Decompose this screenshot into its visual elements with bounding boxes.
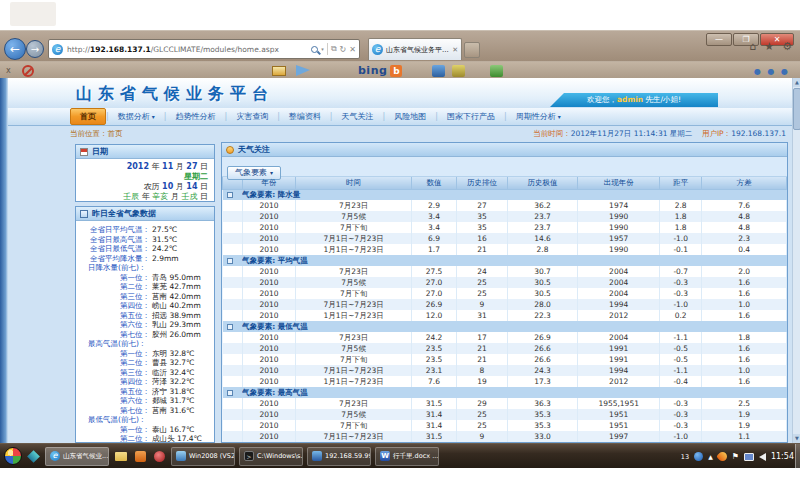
toolbar-app-icon-2[interactable] [452,65,465,77]
volume-icon[interactable] [759,453,766,461]
table-row[interactable]: 20107月23日2.92736.219742.87.6 [223,200,787,211]
taskbar-task-rdp[interactable]: 192.168.59.99... [307,447,371,466]
table-row[interactable]: 20107月5候31.42535.31951-0.31.9 [223,409,787,420]
network-icon[interactable] [744,453,754,461]
stop-icon[interactable]: ✕ [349,45,356,54]
menu-item-8[interactable]: 国家下行产品 [438,109,504,124]
browser-tab[interactable]: e 山东省气候业务平... ✕ [368,38,462,60]
expand-checkbox-icon[interactable] [227,324,233,330]
win-task-icon [176,451,186,461]
table-row[interactable]: 20107月下旬27.02530.52004-0.31.6 [223,288,787,299]
menu-item-6[interactable]: 天气关注 [333,109,383,124]
table-cell: 29 [457,398,508,409]
explorer-folder-icon[interactable] [115,452,127,461]
tray-shield-icon[interactable] [694,452,703,461]
pinned-app-orange-icon[interactable] [135,451,146,462]
table-row[interactable]: 20107月5候23.52126.61991-0.51.6 [223,343,787,354]
table-row[interactable]: 20107月下旬23.52126.61991-0.51.6 [223,354,787,365]
table-cell: 7.6 [411,376,456,387]
group-expand-cell[interactable] [223,255,243,266]
table-cell: 2004 [578,288,660,299]
taskbar-task-win[interactable]: Win2008 (VS2... [171,447,235,466]
expand-checkbox-icon[interactable] [227,390,233,396]
address-bar[interactable]: e http://192.168.137.1/GLCCLIMATE/module… [48,39,360,59]
group-header-row[interactable]: 气象要素: 平均气温 [223,255,787,266]
tray-expand-icon[interactable]: ▲ [708,453,713,460]
calendar-text: 27 [186,162,197,171]
table-cell: 2.8 [660,200,702,211]
group-header-row[interactable]: 气象要素: 最高气温 [223,387,787,398]
table-row[interactable]: 20107月1日~7月23日23.1824.31994-1.11.0 [223,365,787,376]
menu-item-1[interactable]: 首页 [70,108,106,125]
table-row[interactable]: 20107月1日~7月23日31.5933.01997-1.01.1 [223,431,787,442]
firefox-icon[interactable] [716,450,729,463]
home-icon[interactable]: ⌂ [749,40,756,53]
show-desktop-button[interactable] [795,444,800,469]
table-row[interactable]: 20107月23日24.21726.92004-1.11.8 [223,332,787,343]
search-icon[interactable] [311,46,318,53]
chevron-down-icon: ▾ [270,169,273,176]
word-task-icon: W [380,451,390,461]
row-expand-cell [223,420,243,431]
menu-item-4[interactable]: 灾害查询 [227,109,277,124]
expand-checkbox-icon[interactable] [227,258,233,264]
back-button[interactable]: ← [4,38,26,60]
scroll-up-icon[interactable]: ▲ [793,78,800,87]
table-row[interactable]: 20101月1日~7月23日1.7212.81990-0.10.4 [223,244,787,255]
media-player-icon[interactable] [154,451,165,462]
table-row[interactable]: 20107月5候3.43523.719901.84.8 [223,211,787,222]
row-expand-cell [223,431,243,442]
page-scrollbar[interactable]: ▲ ▼ [792,78,800,443]
scroll-down-icon[interactable]: ▼ [793,434,800,443]
send-icon[interactable] [296,65,310,76]
table-row[interactable]: 20107月23日31.52936.31955,1951-0.32.5 [223,398,787,409]
table-row[interactable]: 20101月1日~7月23日12.03122.320120.21.6 [223,310,787,321]
table-cell: 1951 [578,409,660,420]
table-cell: -1.0 [660,233,702,244]
table-row[interactable]: 20107月下旬3.43523.719901.84.8 [223,222,787,233]
taskbar-task-word[interactable]: W行千里.docx ... [375,447,439,466]
start-button[interactable] [4,447,22,465]
taskbar-task-cmd[interactable]: >C:\Windows\s... [239,447,303,466]
favorites-star-icon[interactable]: ★ [764,40,774,53]
menu-item-5[interactable]: 整编资料 [280,109,330,124]
table-row[interactable]: 20101月1日~7月23日7.61917.32012-0.41.6 [223,376,787,387]
more-options-icon[interactable]: ● ● ● [754,67,790,76]
pinned-app-icon[interactable] [27,450,40,463]
table-row[interactable]: 20107月1日~7月23日26.9928.01994-1.01.0 [223,299,787,310]
group-expand-cell[interactable] [223,321,243,332]
new-tab-button[interactable] [464,42,480,58]
close-bar-icon[interactable]: x [6,66,11,75]
expand-checkbox-icon[interactable] [227,192,233,198]
taskbar-clock[interactable]: 11:54 [771,452,794,461]
forward-button[interactable]: → [26,40,44,58]
group-expand-cell[interactable] [223,387,243,398]
mail-icon[interactable] [272,66,286,76]
menu-item-2[interactable]: 数据分析▾ [109,109,164,124]
table-cell: 28.0 [507,299,578,310]
table-row[interactable]: 20107月下旬31.42535.31951-0.31.9 [223,420,787,431]
scrollbar-thumb[interactable] [793,88,800,130]
settings-gear-icon[interactable]: ⚙ [782,40,792,53]
toolbar-app-icon-1[interactable] [432,65,445,77]
group-expand-cell[interactable] [223,189,243,200]
search-dropdown-icon[interactable]: ▾ [321,46,324,52]
compatibility-icon[interactable]: ⧉ [331,44,337,54]
table-row[interactable]: 20107月23日27.52430.72004-0.72.0 [223,266,787,277]
menu-item-7[interactable]: 风险地图 [385,109,435,124]
table-row[interactable]: 20107月5候27.02530.52004-0.31.6 [223,277,787,288]
group-header-row[interactable]: 气象要素: 降水量 [223,189,787,200]
action-center-flag-icon[interactable]: ⚑ [732,452,739,461]
menu-item-3[interactable]: 趋势性分析 [166,109,224,124]
group-header-row[interactable]: 气象要素: 最低气温 [223,321,787,332]
tab-close-icon[interactable]: ✕ [452,46,458,54]
table-cell: -0.7 [660,266,702,277]
taskbar-task-ie[interactable]: e山东省气候业... [45,447,109,466]
table-cell: 1.6 [702,376,787,387]
calendar-text: 月 [173,162,186,171]
table-row[interactable]: 20107月1日~7月23日6.91614.61957-1.02.3 [223,233,787,244]
toolbar-app-icon-3[interactable] [490,65,503,77]
refresh-icon[interactable]: ↻ [340,45,347,54]
row-expand-cell [223,266,243,277]
menu-item-9[interactable]: 周期性分析▾ [507,109,570,124]
